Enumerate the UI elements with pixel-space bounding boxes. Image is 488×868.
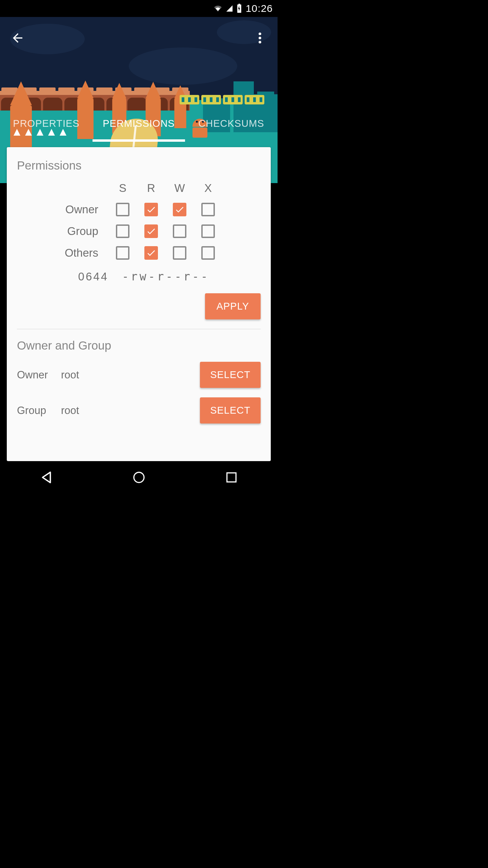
apply-button-label: APPLY bbox=[217, 301, 249, 312]
perm-row-group-label: Group bbox=[67, 225, 108, 238]
tab-checksums[interactable]: CHECKSUMS bbox=[185, 105, 278, 142]
select-button-label: SELECT bbox=[210, 369, 250, 380]
owner-row: Owner root SELECT bbox=[17, 362, 261, 388]
select-group-button[interactable]: SELECT bbox=[200, 397, 261, 423]
wifi-icon bbox=[213, 5, 223, 12]
perm-others-w-checkbox[interactable] bbox=[173, 246, 186, 260]
perm-col-w: W bbox=[174, 182, 185, 195]
perm-others-s-checkbox[interactable] bbox=[116, 246, 129, 260]
tab-bar: PROPERTIES PERMISSIONS CHECKSUMS bbox=[0, 105, 278, 142]
apply-button[interactable]: APPLY bbox=[205, 293, 261, 319]
overflow-menu-button[interactable] bbox=[250, 28, 269, 47]
nav-home-button[interactable] bbox=[119, 467, 159, 488]
perm-group-s-checkbox[interactable] bbox=[116, 224, 129, 238]
permissions-grid: S R W X Owner Group Others bbox=[17, 182, 261, 260]
nav-back-icon bbox=[39, 470, 54, 485]
app-bar bbox=[0, 21, 278, 55]
perm-owner-s-checkbox[interactable] bbox=[116, 203, 129, 216]
perm-group-w-checkbox[interactable] bbox=[173, 224, 186, 238]
cellular-icon bbox=[225, 5, 233, 12]
svg-rect-6 bbox=[227, 473, 236, 482]
nav-recents-button[interactable] bbox=[211, 467, 252, 488]
battery-charging-icon bbox=[236, 4, 242, 13]
device-screen: 10:26 PROPERTIES PERMISSIONS bbox=[0, 0, 278, 494]
perm-group-r-checkbox[interactable] bbox=[144, 224, 158, 238]
tab-label: CHECKSUMS bbox=[198, 118, 264, 129]
svg-point-4 bbox=[259, 41, 261, 43]
section-title-owner-group: Owner and Group bbox=[17, 339, 261, 352]
nav-home-icon bbox=[132, 471, 146, 484]
permissions-symbolic: -rw-r--r-- bbox=[122, 270, 210, 283]
back-button[interactable] bbox=[8, 28, 27, 47]
group-label: Group bbox=[17, 405, 61, 417]
group-value: root bbox=[61, 405, 200, 417]
perm-col-s: S bbox=[119, 182, 126, 195]
perm-others-x-checkbox[interactable] bbox=[201, 246, 215, 260]
status-bar: 10:26 bbox=[0, 0, 278, 17]
owner-value: root bbox=[61, 369, 200, 381]
select-owner-button[interactable]: SELECT bbox=[200, 362, 261, 388]
tab-properties[interactable]: PROPERTIES bbox=[0, 105, 93, 142]
permissions-octal: 0644 bbox=[17, 270, 122, 283]
perm-others-r-checkbox[interactable] bbox=[144, 246, 158, 260]
svg-point-5 bbox=[134, 472, 144, 482]
perm-owner-x-checkbox[interactable] bbox=[201, 203, 215, 216]
perm-col-x: X bbox=[204, 182, 212, 195]
svg-point-2 bbox=[259, 33, 261, 35]
arrow-back-icon bbox=[11, 31, 25, 45]
tab-permissions[interactable]: PERMISSIONS bbox=[93, 105, 185, 142]
more-vert-icon bbox=[253, 31, 267, 45]
system-nav-bar bbox=[0, 461, 278, 494]
group-row: Group root SELECT bbox=[17, 397, 261, 423]
perm-group-x-checkbox[interactable] bbox=[201, 224, 215, 238]
tab-label: PERMISSIONS bbox=[103, 118, 175, 129]
perm-col-r: R bbox=[147, 182, 155, 195]
owner-label: Owner bbox=[17, 369, 61, 381]
svg-point-3 bbox=[259, 37, 261, 39]
perm-row-owner-label: Owner bbox=[65, 203, 108, 216]
svg-rect-1 bbox=[239, 4, 240, 5]
perm-owner-r-checkbox[interactable] bbox=[144, 203, 158, 216]
status-time: 10:26 bbox=[246, 3, 273, 14]
divider bbox=[17, 329, 261, 329]
tab-label: PROPERTIES bbox=[13, 118, 79, 129]
select-button-label: SELECT bbox=[210, 405, 250, 416]
nav-back-button[interactable] bbox=[26, 467, 67, 488]
content-card: Permissions S R W X Owner Group Others 0… bbox=[7, 147, 271, 461]
nav-recents-icon bbox=[225, 471, 238, 484]
section-title-permissions: Permissions bbox=[17, 159, 261, 172]
permissions-mode-row: 0644 -rw-r--r-- bbox=[17, 270, 261, 283]
perm-owner-w-checkbox[interactable] bbox=[173, 203, 186, 216]
perm-row-others-label: Others bbox=[65, 246, 108, 259]
